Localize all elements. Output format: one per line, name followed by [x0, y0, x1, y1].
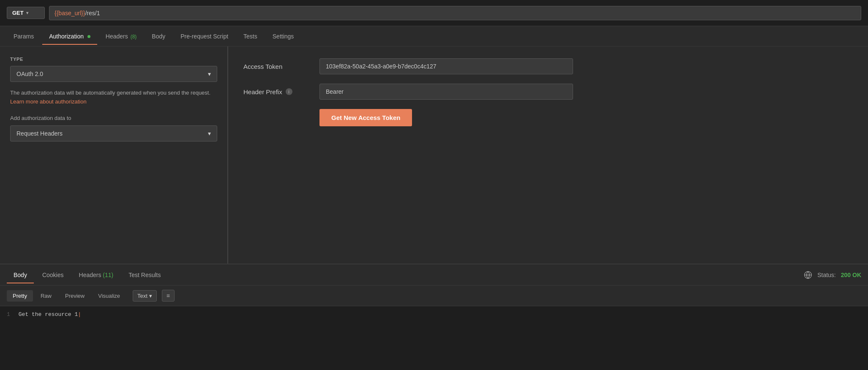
auth-description: The authorization data will be automatic…: [10, 89, 217, 106]
url-bar: GET ▾ {{base_url}}/res/1: [0, 0, 868, 26]
code-area: 1 Get the resource 1: [0, 306, 868, 323]
tab-params[interactable]: Params: [7, 28, 41, 45]
learn-more-link[interactable]: Learn more about authorization: [10, 98, 87, 105]
globe-icon: [804, 271, 812, 279]
active-dot: [87, 35, 90, 38]
tab-body[interactable]: Body: [145, 28, 172, 45]
left-panel: TYPE OAuth 2.0 ▾ The authorization data …: [0, 46, 228, 264]
response-tab-cookies[interactable]: Cookies: [35, 267, 71, 283]
status-label: Status:: [817, 272, 836, 278]
url-path: /res/1: [85, 10, 100, 16]
get-token-row: Get New Access Token: [243, 109, 853, 126]
cursor: [78, 311, 81, 318]
oauth-chevron: ▾: [208, 71, 211, 77]
add-auth-dropdown[interactable]: Request Headers ▾: [10, 125, 217, 141]
right-panel: Access Token Header Prefix i Get New Acc…: [228, 46, 868, 264]
get-new-access-token-button[interactable]: Get New Access Token: [319, 109, 412, 126]
main-content: TYPE OAuth 2.0 ▾ The authorization data …: [0, 46, 868, 264]
method-label: GET: [12, 10, 24, 16]
fmt-tab-preview[interactable]: Preview: [59, 290, 90, 302]
wrap-button[interactable]: ≡: [162, 290, 175, 302]
tab-headers[interactable]: Headers (8): [99, 28, 143, 45]
access-token-input[interactable]: [319, 58, 573, 74]
type-label: TYPE: [10, 57, 217, 62]
oauth-type-dropdown[interactable]: OAuth 2.0 ▾: [10, 66, 217, 82]
line-number: 1: [7, 311, 10, 318]
add-auth-value: Request Headers: [16, 130, 63, 137]
wrap-icon: ≡: [167, 292, 170, 299]
status-code: 200 OK: [841, 272, 861, 278]
header-prefix-input[interactable]: [319, 84, 573, 100]
fmt-tab-raw[interactable]: Raw: [35, 290, 57, 302]
oauth-type-value: OAuth 2.0: [16, 71, 43, 77]
header-prefix-row: Header Prefix i: [243, 84, 853, 100]
response-body: Pretty Raw Preview Visualize Text ▾ ≡ 1 …: [0, 286, 868, 370]
format-bar: Pretty Raw Preview Visualize Text ▾ ≡: [0, 286, 868, 306]
format-type-select[interactable]: Text ▾: [133, 290, 157, 302]
tab-prerequest[interactable]: Pre-request Script: [174, 28, 235, 45]
code-content: Get the resource 1: [19, 311, 81, 318]
format-type-value: Text: [137, 293, 147, 299]
header-prefix-label: Header Prefix i: [243, 88, 311, 95]
tab-tests[interactable]: Tests: [237, 28, 264, 45]
url-input[interactable]: {{base_url}}/res/1: [49, 6, 861, 20]
access-token-row: Access Token: [243, 58, 853, 74]
add-auth-chevron: ▾: [208, 130, 211, 137]
response-tab-test-results[interactable]: Test Results: [122, 267, 167, 283]
fmt-tab-visualize[interactable]: Visualize: [92, 290, 126, 302]
request-tabs-bar: Params Authorization Headers (8) Body Pr…: [0, 26, 868, 46]
tab-settings[interactable]: Settings: [266, 28, 301, 45]
response-tabs-bar: Body Cookies Headers (11) Test Results S…: [0, 264, 868, 286]
access-token-label: Access Token: [243, 63, 311, 70]
add-auth-label: Add authorization data to: [10, 115, 217, 121]
url-base: {{base_url}}: [55, 10, 85, 16]
header-prefix-info-icon[interactable]: i: [286, 88, 292, 95]
format-type-chevron: ▾: [149, 293, 152, 299]
tab-authorization[interactable]: Authorization: [42, 28, 97, 45]
method-chevron: ▾: [26, 11, 28, 15]
response-tab-body[interactable]: Body: [7, 267, 34, 283]
method-selector[interactable]: GET ▾: [7, 7, 45, 19]
fmt-tab-pretty[interactable]: Pretty: [7, 290, 33, 302]
status-area: Status: 200 OK: [804, 271, 861, 279]
response-tab-headers[interactable]: Headers (11): [72, 267, 120, 283]
